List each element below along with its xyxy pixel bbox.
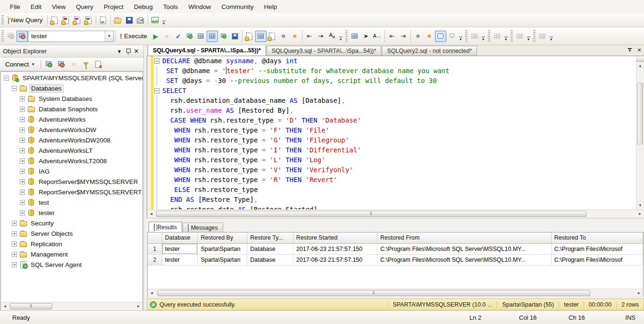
row-number[interactable]: 1 — [148, 243, 162, 254]
filter-icon[interactable] — [80, 58, 92, 70]
tree-item[interactable]: +ReportServer$MYMSSQLSERVER — [1, 176, 142, 187]
uncomment-icon[interactable]: ≡ — [289, 31, 301, 42]
tree-item[interactable]: +SQL Server Agent — [1, 259, 142, 270]
grid-cell[interactable]: Sparta\Spartan — [198, 254, 247, 265]
chevron-down-icon[interactable]: ▼ — [105, 31, 113, 42]
expand-icon[interactable]: + — [12, 221, 17, 226]
expand-icon[interactable]: + — [20, 169, 25, 174]
change-connection-icon[interactable] — [17, 31, 28, 42]
expand-icon[interactable]: + — [20, 96, 25, 101]
tree-item[interactable]: −Databases — [1, 83, 142, 93]
menu-query[interactable]: Query — [71, 1, 99, 12]
stop-execution-icon[interactable]: ■ — [161, 31, 173, 42]
tree-item[interactable]: +AdventureWorks — [1, 114, 142, 125]
analysis-xmla-query-icon[interactable] — [83, 15, 94, 26]
grid-cell[interactable]: tester — [162, 243, 198, 254]
menu-window[interactable]: Window — [183, 1, 216, 12]
toolbar-grip[interactable] — [345, 30, 348, 42]
intellisense-enabled-icon[interactable] — [255, 31, 267, 42]
execute-button[interactable]: !Execute — [117, 31, 150, 42]
tree-item[interactable]: +Security — [1, 218, 142, 228]
stop-script-icon[interactable] — [92, 58, 104, 70]
tree-item[interactable]: +ReportServer$MYMSSQLSERVERT — [1, 187, 142, 197]
toolbar-overflow-icon[interactable]: ▼ — [526, 31, 532, 42]
collapse-region-icon[interactable]: − — [154, 58, 159, 64]
collapsed-toolbar-icon[interactable] — [537, 31, 548, 42]
grid-cell[interactable]: Database — [247, 243, 293, 254]
results-splitter[interactable] — [147, 218, 644, 221]
include-actual-plan-icon[interactable] — [244, 31, 255, 42]
toolbar-grip[interactable] — [465, 30, 468, 42]
column-header[interactable]: Restore Ty... — [247, 233, 293, 243]
toolbar-grip[interactable] — [1, 15, 4, 25]
decrease-indent-icon[interactable]: ⇤ — [304, 31, 315, 42]
tree-item[interactable]: +System Databases — [1, 93, 142, 104]
expand-icon[interactable]: + — [20, 158, 25, 164]
scroll-up-icon[interactable]: ▲ — [636, 62, 644, 70]
toolbar-overflow-icon[interactable]: ▼ — [548, 31, 554, 42]
grid-cell[interactable]: 2017-06-23 21:57:57.150 — [293, 243, 377, 254]
column-header[interactable]: Restored By — [198, 233, 247, 243]
indent-right-icon[interactable]: ⇥ — [398, 31, 409, 42]
menu-file[interactable]: File — [5, 1, 25, 12]
editor-hscrollbar[interactable]: ◄ ► — [147, 209, 644, 218]
word-wrap-icon[interactable]: 🗨 — [446, 31, 458, 42]
column-header[interactable]: Restored From — [377, 233, 552, 243]
toolbar-grip[interactable] — [488, 30, 490, 42]
tree-item[interactable]: +Server Objects — [1, 228, 142, 239]
parse-icon[interactable]: ✓ — [173, 31, 184, 42]
expand-icon[interactable]: + — [12, 252, 17, 257]
menu-edit[interactable]: Edit — [25, 1, 47, 12]
results-tab-results[interactable]: Results — [149, 222, 182, 232]
expand-icon[interactable]: + — [20, 148, 25, 153]
expand-icon[interactable]: + — [20, 179, 25, 184]
uncomment-lines-icon[interactable]: ≡ — [424, 31, 435, 42]
collapsed-toolbar-icon[interactable] — [469, 31, 480, 42]
scroll-left-icon[interactable]: ◄ — [147, 210, 155, 218]
connect-icon[interactable] — [5, 31, 17, 42]
tree-item[interactable]: +AdventureWorksLT2008 — [1, 156, 142, 166]
column-header[interactable]: Database — [162, 233, 198, 243]
menu-debug[interactable]: Debug — [129, 1, 158, 12]
stop-icon[interactable]: ■ — [68, 58, 79, 70]
toolbar-grip[interactable] — [510, 30, 513, 42]
grid-cell[interactable]: tester — [162, 254, 198, 265]
debug-icon[interactable]: ▶ — [150, 31, 161, 42]
open-folder-icon[interactable] — [112, 15, 124, 26]
specify-values-icon[interactable] — [218, 31, 229, 42]
display-estimated-plan-icon[interactable] — [184, 31, 195, 42]
collapse-icon[interactable]: − — [4, 75, 9, 81]
menu-project[interactable]: Project — [99, 1, 129, 12]
results-to-grid-icon[interactable] — [207, 31, 218, 42]
menu-view[interactable]: View — [47, 1, 71, 12]
expand-icon[interactable]: + — [20, 138, 25, 143]
editor-vscrollbar[interactable]: ▲ ▼ — [636, 56, 644, 209]
menu-tools[interactable]: Tools — [158, 1, 184, 12]
expand-icon[interactable]: + — [20, 210, 25, 216]
grid-cell[interactable]: C:\Program Files\Microsoft SQL Server\MS… — [377, 243, 552, 254]
scroll-right-icon[interactable]: ► — [635, 289, 643, 297]
toolbar-overflow-icon[interactable]: ▼ — [480, 31, 486, 42]
comment-out-icon[interactable]: ≡ — [278, 31, 289, 42]
grid-cell[interactable]: C:\Program Files\Microsoft SQL Server\MS… — [377, 254, 552, 265]
expand-icon[interactable]: + — [12, 231, 17, 236]
increase-indent-icon[interactable]: ⇥ — [315, 31, 326, 42]
query-options-icon[interactable] — [267, 31, 278, 42]
edit-in-designer-icon[interactable] — [349, 31, 360, 42]
pointer-select-icon[interactable]: ➤ — [360, 31, 372, 42]
results-hscrollbar[interactable]: ◄ ► — [148, 289, 643, 297]
tree-item[interactable]: +test — [1, 197, 142, 208]
expand-icon[interactable]: + — [20, 200, 25, 205]
tree-item[interactable]: +tester — [1, 208, 142, 218]
available-databases-combo[interactable]: tester▼ — [28, 31, 114, 42]
disconnect-icon[interactable] — [56, 58, 67, 70]
expand-icon[interactable]: + — [20, 107, 25, 112]
window-position-icon[interactable]: ▼ — [115, 47, 124, 56]
expand-icon[interactable]: + — [20, 127, 25, 133]
query-designer-icon[interactable] — [195, 31, 207, 42]
sql-code-area[interactable]: DECLARE @dbname sysname, @days int SET @… — [161, 56, 636, 209]
collapse-icon[interactable]: − — [12, 86, 17, 91]
toolbar-grip[interactable] — [1, 30, 4, 42]
grid-cell[interactable]: Database — [247, 254, 293, 265]
analysis-dmx-query-icon[interactable] — [72, 15, 83, 26]
